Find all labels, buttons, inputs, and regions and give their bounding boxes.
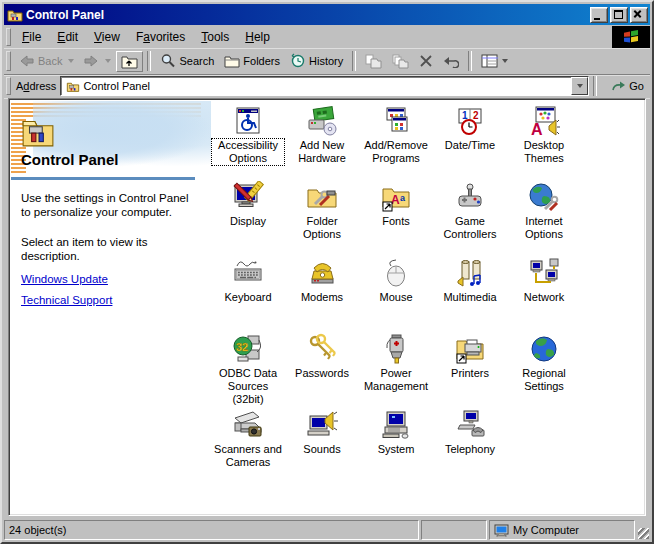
status-bar: 24 object(s) My Computer	[4, 518, 650, 540]
address-value: Control Panel	[83, 80, 571, 92]
icon-label: Date/Time	[445, 139, 495, 152]
technical-support-link[interactable]: Technical Support	[21, 294, 112, 306]
menu-file[interactable]: File	[14, 28, 49, 46]
back-dropdown-icon[interactable]	[68, 59, 74, 63]
maximize-button[interactable]	[610, 7, 628, 23]
icon-internet-options[interactable]: Internet Options	[507, 179, 581, 255]
move-to-folder-icon	[365, 54, 382, 69]
history-button[interactable]: History	[285, 50, 348, 72]
views-grid-icon	[481, 54, 498, 68]
icon-folder-options[interactable]: Folder Options	[285, 179, 359, 255]
network-icon	[528, 257, 560, 289]
title-bar[interactable]: Control Panel	[4, 4, 650, 25]
my-computer-icon	[494, 524, 509, 537]
multimedia-icon	[454, 257, 486, 289]
forward-dropdown-icon[interactable]	[105, 59, 111, 63]
icon-keyboard[interactable]: Keyboard	[211, 255, 285, 331]
folders-button[interactable]: Folders	[219, 51, 285, 71]
icon-fonts[interactable]: A a Fonts	[359, 179, 433, 255]
go-button[interactable]: Go	[605, 78, 650, 95]
icon-system[interactable]: System	[359, 407, 433, 483]
minimize-button[interactable]	[590, 7, 608, 23]
delete-button[interactable]	[414, 51, 438, 71]
icon-label: Multimedia	[443, 291, 496, 304]
add-new-hardware-icon	[306, 105, 338, 137]
icon-game-controllers[interactable]: Game Controllers	[433, 179, 507, 255]
icon-sounds[interactable]: Sounds	[285, 407, 359, 483]
icon-add-remove-programs[interactable]: Add/Remove Programs	[359, 103, 433, 179]
undo-button[interactable]	[438, 51, 464, 71]
close-button[interactable]	[630, 7, 648, 23]
passwords-icon	[306, 333, 338, 365]
display-icon	[232, 181, 264, 213]
icon-label: ODBC Data Sources (32bit)	[212, 367, 284, 406]
panel-divider	[11, 177, 195, 180]
menu-tools[interactable]: Tools	[193, 28, 237, 46]
menu-view[interactable]: View	[86, 28, 128, 46]
menu-favorites[interactable]: Favorites	[128, 28, 193, 46]
game-controllers-icon	[454, 181, 486, 213]
resize-grip[interactable]	[637, 520, 650, 540]
windows-logo-icon	[612, 26, 650, 48]
toolbar-grip[interactable]	[6, 51, 11, 71]
address-input[interactable]: Control Panel	[60, 76, 589, 96]
window-title: Control Panel	[26, 8, 588, 22]
address-grip[interactable]	[6, 77, 11, 96]
icon-label: Keyboard	[224, 291, 271, 304]
status-zone-label: My Computer	[513, 524, 579, 536]
icon-label: Passwords	[295, 367, 349, 380]
system-icon	[380, 409, 412, 441]
delete-x-icon	[419, 54, 433, 68]
up-button[interactable]	[116, 51, 143, 72]
fonts-icon: A a	[380, 181, 412, 213]
icon-network[interactable]: Network	[507, 255, 581, 331]
icon-odbc-data-sources[interactable]: 32 ODBC Data Sources (32bit)	[211, 331, 285, 407]
move-to-button[interactable]	[360, 51, 387, 72]
icon-mouse[interactable]: Mouse	[359, 255, 433, 331]
views-button[interactable]	[476, 51, 513, 71]
forward-button[interactable]	[78, 51, 104, 71]
separator	[593, 76, 597, 96]
scanners-cameras-icon	[232, 409, 264, 441]
windows-update-link[interactable]: Windows Update	[21, 273, 108, 285]
icon-regional-settings[interactable]: Regional Settings	[507, 331, 581, 407]
up-folder-icon	[121, 54, 138, 69]
icon-printers[interactable]: Printers	[433, 331, 507, 407]
views-dropdown-icon	[502, 59, 508, 63]
icon-date-time[interactable]: 1 2 Date/Time	[433, 103, 507, 179]
svg-text:32: 32	[236, 341, 248, 353]
chevron-down-icon	[577, 84, 583, 88]
accessibility-options-icon	[232, 105, 264, 137]
svg-text:2: 2	[473, 110, 479, 121]
power-management-icon	[380, 333, 412, 365]
icon-label: Regional Settings	[508, 367, 580, 393]
icon-power-management[interactable]: Power Management	[359, 331, 433, 407]
icon-display[interactable]: Display	[211, 179, 285, 255]
icon-multimedia[interactable]: Multimedia	[433, 255, 507, 331]
icon-label: Game Controllers	[434, 215, 506, 241]
icon-label: Fonts	[382, 215, 410, 228]
copy-to-button[interactable]	[387, 51, 414, 72]
back-button[interactable]: Back	[14, 51, 67, 71]
icon-passwords[interactable]: Passwords	[285, 331, 359, 407]
icon-label: Scanners and Cameras	[212, 443, 284, 469]
icon-modems[interactable]: Modems	[285, 255, 359, 331]
toolbar: Back Search Folders	[4, 48, 650, 75]
menu-grip[interactable]	[6, 28, 11, 45]
desktop-themes-icon: A	[528, 105, 560, 137]
icon-label: Mouse	[379, 291, 412, 304]
telephony-icon	[454, 409, 486, 441]
icon-telephony[interactable]: Telephony	[433, 407, 507, 483]
icon-scanners-and-cameras[interactable]: Scanners and Cameras	[211, 407, 285, 483]
icon-label: Printers	[451, 367, 489, 380]
svg-text:A: A	[531, 121, 543, 137]
menu-edit[interactable]: Edit	[49, 28, 86, 46]
status-middle-pane	[421, 520, 487, 540]
icon-accessibility-options[interactable]: Accessibility Options	[211, 103, 285, 179]
icon-add-new-hardware[interactable]: Add New Hardware	[285, 103, 359, 179]
address-dropdown-button[interactable]	[571, 77, 588, 95]
menu-help[interactable]: Help	[237, 28, 278, 46]
add-remove-programs-icon	[380, 105, 412, 137]
icon-desktop-themes[interactable]: A Desktop Themes	[507, 103, 581, 179]
search-button[interactable]: Search	[155, 50, 219, 72]
